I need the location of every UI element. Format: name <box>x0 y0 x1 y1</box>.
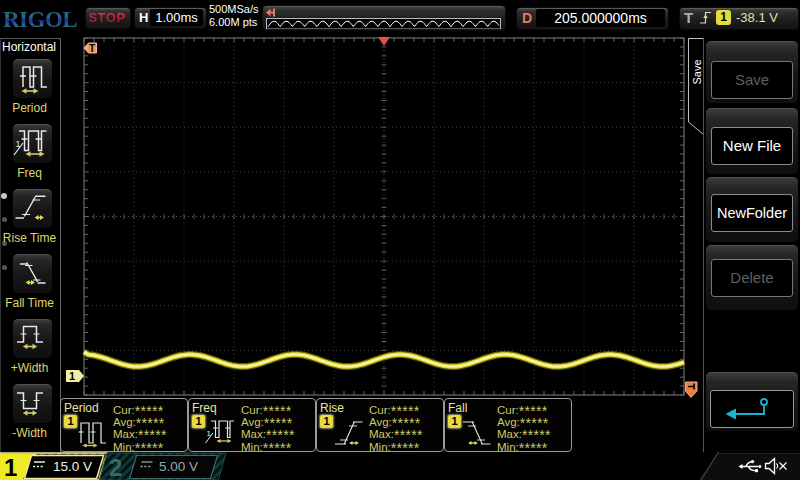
svg-text:5.00 V: 5.00 V <box>159 459 198 474</box>
svg-text:2: 2 <box>109 454 122 480</box>
svg-text:1: 1 <box>4 454 17 480</box>
svg-text:1: 1 <box>69 370 75 382</box>
svg-text:15.0 V: 15.0 V <box>53 459 92 474</box>
svg-text:T: T <box>89 43 95 54</box>
